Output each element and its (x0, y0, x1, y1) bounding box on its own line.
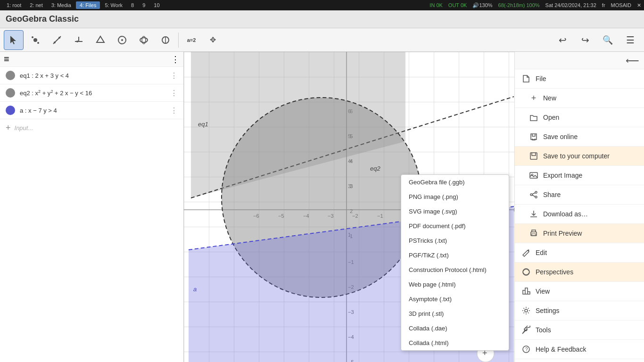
svg-point-0 (33, 38, 37, 42)
sidebar-item-download-as[interactable]: Download as… (515, 205, 644, 224)
tab-net[interactable]: 2: net (26, 1, 47, 9)
tab-work[interactable]: 5: Work (101, 1, 126, 9)
sidebar-new-label: New (543, 94, 556, 102)
sidebar-download-as-label: Download as… (543, 210, 588, 218)
a-color[interactable] (6, 106, 15, 115)
sidebar-item-file[interactable]: File (515, 69, 644, 89)
tool-slider[interactable]: a=2 (182, 30, 201, 50)
help-icon: ? (521, 345, 531, 354)
submenu-collada-html[interactable]: Collada (.html) (401, 336, 509, 350)
tool-conic[interactable] (134, 30, 154, 50)
a-row: a : x − 7 y > 4 ⋮ (0, 102, 183, 119)
left-panel: ≡ ⋮ eq1 : 2 x + 3 y < 4 ⋮ eq2 : x2 + y2 … (0, 52, 184, 362)
search-button[interactable]: 🔍 (598, 30, 618, 50)
add-equation-icon[interactable]: + (6, 123, 11, 133)
input-row: + Input... (0, 119, 183, 137)
svg-text:✥: ✥ (210, 36, 216, 44)
sidebar-collapse-icon[interactable]: ⟵ (626, 55, 639, 66)
submenu-pstricks[interactable]: PSTricks (.txt) (401, 233, 509, 248)
new-icon: + (529, 93, 538, 103)
list-options-icon[interactable]: ⋮ (171, 54, 180, 65)
sidebar-item-save-online[interactable]: Save online (515, 127, 644, 147)
undo-button[interactable]: ↩ (553, 30, 572, 50)
submenu-collada-dae[interactable]: Collada (.dae) (401, 321, 509, 336)
menu-button[interactable]: ☰ (620, 30, 640, 50)
sidebar-share-label: Share (543, 191, 561, 198)
sidebar-item-help[interactable]: ? Help & Feedback (515, 340, 644, 359)
download-submenu: GeoGebra file (.ggb) PNG image (.png) SV… (401, 174, 509, 351)
submenu-svg[interactable]: SVG image (.svg) (401, 204, 509, 219)
tab-10[interactable]: 10 (150, 1, 163, 9)
sidebar-edit-label: Edit (536, 249, 547, 256)
svg-line-73 (532, 195, 535, 197)
sidebar-open-label: Open (543, 114, 559, 121)
submenu-construction[interactable]: Construction Protocol (.html) (401, 263, 509, 277)
sidebar-item-tools[interactable]: Tools (515, 321, 644, 340)
svg-text:eq2: eq2 (370, 165, 380, 172)
svg-point-2 (37, 42, 39, 44)
sidebar-item-print-preview[interactable]: Print Preview (515, 224, 644, 243)
volume-label: 🔊130% (472, 2, 492, 8)
a-text: a : x − 7 y > 4 (20, 107, 165, 114)
submenu-pdf[interactable]: PDF document (.pdf) (401, 219, 509, 233)
sidebar-help-label: Help & Feedback (536, 346, 586, 353)
share-icon (529, 190, 538, 199)
sidebar-item-perspectives[interactable]: Perspectives (515, 263, 644, 282)
tool-select[interactable] (4, 30, 24, 50)
expand-list-icon[interactable]: ≡ (4, 54, 9, 65)
tool-point[interactable] (25, 30, 45, 50)
redo-button[interactable]: ↪ (575, 30, 595, 50)
submenu-pgftikz[interactable]: PGF/TikZ (.txt) (401, 248, 509, 263)
tool-angle[interactable] (156, 30, 175, 50)
tab-root[interactable]: 1: root (3, 1, 25, 9)
tool-polygon[interactable] (91, 30, 110, 50)
svg-point-5 (58, 37, 60, 39)
sidebar-save-online-label: Save online (543, 133, 578, 140)
svg-point-4 (54, 41, 56, 43)
close-button[interactable]: ✕ (637, 2, 641, 8)
sidebar-item-share[interactable]: Share (515, 185, 644, 205)
tool-move[interactable]: ✥ (203, 30, 223, 50)
tool-line[interactable] (47, 30, 67, 50)
eq2-text: eq2 : x2 + y2 + 2 x − y < 16 (20, 89, 165, 97)
topbar: 1: root 2: net 3: Media 4: Files 5: Work… (0, 0, 644, 10)
tool-circle[interactable] (112, 30, 132, 50)
locale-label: fr (602, 2, 605, 8)
input-placeholder[interactable]: Input... (15, 124, 33, 132)
eq2-color[interactable] (6, 88, 15, 98)
svg-point-77 (523, 269, 529, 275)
submenu-ggb[interactable]: GeoGebra file (.ggb) (401, 175, 509, 189)
topbar-tabs: 1: root 2: net 3: Media 4: Files 5: Work… (3, 1, 164, 9)
sidebar-item-new[interactable]: + New (515, 89, 644, 108)
eq2-more[interactable]: ⋮ (170, 89, 178, 98)
view-icon (521, 287, 531, 296)
tool-perp[interactable] (69, 30, 89, 50)
a-more[interactable]: ⋮ (170, 106, 178, 115)
tab-9[interactable]: 9 (139, 1, 149, 9)
net-out-label: OUT 0K (448, 2, 467, 8)
sidebar-item-save-computer[interactable]: Save to your computer (515, 147, 644, 166)
sidebar-item-settings[interactable]: Settings (515, 301, 644, 321)
submenu-asymptote[interactable]: Asymptote (.txt) (401, 292, 509, 306)
edit-icon (521, 248, 531, 257)
sidebar-item-edit[interactable]: Edit (515, 243, 644, 263)
tab-files[interactable]: 4: Files (76, 1, 100, 9)
toolbar: a=2 ✥ ↩ ↪ 🔍 ☰ (0, 28, 644, 52)
app-titlebar: GeoGebra Classic (0, 10, 644, 28)
svg-text:eq1: eq1 (198, 121, 208, 128)
svg-line-72 (532, 193, 535, 194)
eq1-more[interactable]: ⋮ (170, 71, 178, 80)
submenu-png[interactable]: PNG image (.png) (401, 189, 509, 204)
sidebar-item-signin[interactable]: Sign in (515, 359, 644, 362)
sidebar-item-export-image[interactable]: Export Image (515, 166, 644, 185)
tools-icon (521, 325, 531, 335)
tab-8[interactable]: 8 (127, 1, 138, 9)
eq1-color[interactable] (6, 71, 15, 80)
submenu-3dprint[interactable]: 3D print (.stl) (401, 306, 509, 321)
sidebar-item-open[interactable]: Open (515, 108, 644, 127)
svg-point-71 (530, 194, 532, 196)
submenu-webpage[interactable]: Web page (.html) (401, 277, 509, 292)
file-icon (521, 74, 531, 83)
tab-media[interactable]: 3: Media (48, 1, 75, 9)
sidebar-item-view[interactable]: View (515, 282, 644, 301)
